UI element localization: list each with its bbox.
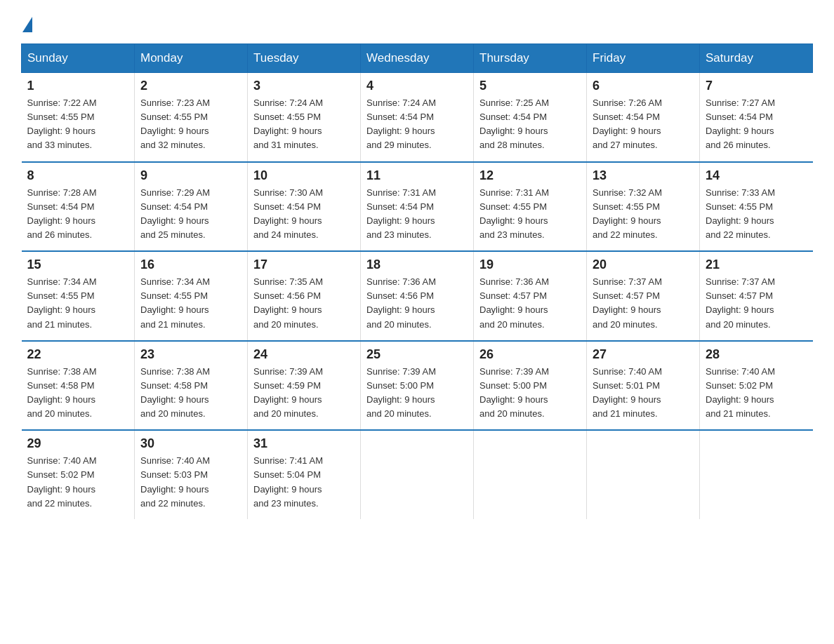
- page-header: [21, 14, 813, 29]
- day-number: 30: [140, 436, 241, 451]
- day-info: Sunrise: 7:24 AMSunset: 4:54 PMDaylight:…: [366, 98, 436, 150]
- day-info: Sunrise: 7:32 AMSunset: 4:55 PMDaylight:…: [593, 187, 662, 240]
- day-info: Sunrise: 7:24 AMSunset: 4:55 PMDaylight:…: [253, 98, 323, 150]
- day-number: 14: [706, 168, 807, 183]
- week-row-4: 22 Sunrise: 7:38 AMSunset: 4:58 PMDaylig…: [22, 341, 813, 431]
- day-info: Sunrise: 7:31 AMSunset: 4:55 PMDaylight:…: [479, 187, 549, 240]
- header-monday: Monday: [135, 44, 248, 73]
- day-info: Sunrise: 7:25 AMSunset: 4:54 PMDaylight:…: [479, 98, 549, 150]
- day-number: 11: [366, 168, 468, 183]
- day-cell: 1 Sunrise: 7:22 AMSunset: 4:55 PMDayligh…: [22, 73, 135, 162]
- day-cell: 7 Sunrise: 7:27 AMSunset: 4:54 PMDayligh…: [700, 73, 813, 162]
- day-cell: 5 Sunrise: 7:25 AMSunset: 4:54 PMDayligh…: [474, 73, 587, 162]
- day-info: Sunrise: 7:36 AMSunset: 4:57 PMDaylight:…: [479, 276, 549, 329]
- day-info: Sunrise: 7:22 AMSunset: 4:55 PMDaylight:…: [27, 98, 97, 150]
- day-cell: 10 Sunrise: 7:30 AMSunset: 4:54 PMDaylig…: [248, 162, 361, 252]
- day-info: Sunrise: 7:39 AMSunset: 5:00 PMDaylight:…: [479, 366, 549, 419]
- day-info: Sunrise: 7:26 AMSunset: 4:54 PMDaylight:…: [593, 98, 662, 150]
- day-cell: 29 Sunrise: 7:40 AMSunset: 5:02 PMDaylig…: [22, 430, 135, 519]
- day-cell: 20 Sunrise: 7:37 AMSunset: 4:57 PMDaylig…: [587, 251, 700, 341]
- day-cell: 23 Sunrise: 7:38 AMSunset: 4:58 PMDaylig…: [135, 341, 248, 431]
- day-number: 13: [593, 168, 694, 183]
- day-info: Sunrise: 7:35 AMSunset: 4:56 PMDaylight:…: [253, 276, 323, 329]
- day-info: Sunrise: 7:40 AMSunset: 5:02 PMDaylight:…: [706, 366, 775, 419]
- day-cell: 25 Sunrise: 7:39 AMSunset: 5:00 PMDaylig…: [361, 341, 474, 431]
- day-info: Sunrise: 7:39 AMSunset: 4:59 PMDaylight:…: [253, 366, 323, 419]
- day-cell: [474, 430, 587, 519]
- day-number: 20: [593, 257, 694, 272]
- day-number: 24: [253, 347, 355, 362]
- day-cell: 19 Sunrise: 7:36 AMSunset: 4:57 PMDaylig…: [474, 251, 587, 341]
- calendar-table: SundayMondayTuesdayWednesdayThursdayFrid…: [21, 43, 813, 519]
- day-cell: 4 Sunrise: 7:24 AMSunset: 4:54 PMDayligh…: [361, 73, 474, 162]
- header-thursday: Thursday: [474, 44, 587, 73]
- day-cell: 30 Sunrise: 7:40 AMSunset: 5:03 PMDaylig…: [135, 430, 248, 519]
- day-number: 26: [479, 347, 581, 362]
- header-sunday: Sunday: [22, 44, 135, 73]
- day-info: Sunrise: 7:41 AMSunset: 5:04 PMDaylight:…: [253, 455, 323, 508]
- day-number: 31: [253, 436, 355, 451]
- day-number: 10: [253, 168, 355, 183]
- day-number: 25: [366, 347, 468, 362]
- header-friday: Friday: [587, 44, 700, 73]
- week-row-5: 29 Sunrise: 7:40 AMSunset: 5:02 PMDaylig…: [22, 430, 813, 519]
- day-number: 2: [140, 79, 241, 93]
- day-info: Sunrise: 7:29 AMSunset: 4:54 PMDaylight:…: [140, 187, 210, 240]
- day-number: 12: [479, 168, 581, 183]
- day-cell: 14 Sunrise: 7:33 AMSunset: 4:55 PMDaylig…: [700, 162, 813, 252]
- day-cell: 18 Sunrise: 7:36 AMSunset: 4:56 PMDaylig…: [361, 251, 474, 341]
- day-cell: 26 Sunrise: 7:39 AMSunset: 5:00 PMDaylig…: [474, 341, 587, 431]
- day-info: Sunrise: 7:38 AMSunset: 4:58 PMDaylight:…: [140, 366, 210, 419]
- day-cell: 24 Sunrise: 7:39 AMSunset: 4:59 PMDaylig…: [248, 341, 361, 431]
- day-cell: 3 Sunrise: 7:24 AMSunset: 4:55 PMDayligh…: [248, 73, 361, 162]
- day-cell: 11 Sunrise: 7:31 AMSunset: 4:54 PMDaylig…: [361, 162, 474, 252]
- day-number: 3: [253, 79, 355, 93]
- day-cell: 28 Sunrise: 7:40 AMSunset: 5:02 PMDaylig…: [700, 341, 813, 431]
- day-info: Sunrise: 7:34 AMSunset: 4:55 PMDaylight:…: [140, 276, 210, 329]
- day-cell: 2 Sunrise: 7:23 AMSunset: 4:55 PMDayligh…: [135, 73, 248, 162]
- day-cell: 13 Sunrise: 7:32 AMSunset: 4:55 PMDaylig…: [587, 162, 700, 252]
- day-number: 9: [140, 168, 241, 183]
- day-number: 19: [479, 257, 581, 272]
- day-info: Sunrise: 7:36 AMSunset: 4:56 PMDaylight:…: [366, 276, 436, 329]
- day-number: 28: [706, 347, 807, 362]
- day-info: Sunrise: 7:33 AMSunset: 4:55 PMDaylight:…: [706, 187, 775, 240]
- logo-triangle-icon: [22, 17, 32, 32]
- day-cell: 16 Sunrise: 7:34 AMSunset: 4:55 PMDaylig…: [135, 251, 248, 341]
- day-number: 22: [27, 347, 129, 362]
- day-number: 16: [140, 257, 241, 272]
- day-info: Sunrise: 7:28 AMSunset: 4:54 PMDaylight:…: [27, 187, 97, 240]
- day-cell: [361, 430, 474, 519]
- day-cell: 8 Sunrise: 7:28 AMSunset: 4:54 PMDayligh…: [22, 162, 135, 252]
- day-cell: 17 Sunrise: 7:35 AMSunset: 4:56 PMDaylig…: [248, 251, 361, 341]
- day-cell: 22 Sunrise: 7:38 AMSunset: 4:58 PMDaylig…: [22, 341, 135, 431]
- day-cell: 15 Sunrise: 7:34 AMSunset: 4:55 PMDaylig…: [22, 251, 135, 341]
- day-info: Sunrise: 7:40 AMSunset: 5:03 PMDaylight:…: [140, 455, 210, 508]
- day-info: Sunrise: 7:34 AMSunset: 4:55 PMDaylight:…: [27, 276, 97, 329]
- day-info: Sunrise: 7:30 AMSunset: 4:54 PMDaylight:…: [253, 187, 323, 240]
- day-number: 6: [593, 79, 694, 93]
- day-cell: 27 Sunrise: 7:40 AMSunset: 5:01 PMDaylig…: [587, 341, 700, 431]
- day-number: 5: [479, 79, 581, 93]
- day-info: Sunrise: 7:40 AMSunset: 5:01 PMDaylight:…: [593, 366, 662, 419]
- week-row-2: 8 Sunrise: 7:28 AMSunset: 4:54 PMDayligh…: [22, 162, 813, 252]
- day-cell: 21 Sunrise: 7:37 AMSunset: 4:57 PMDaylig…: [700, 251, 813, 341]
- day-info: Sunrise: 7:39 AMSunset: 5:00 PMDaylight:…: [366, 366, 436, 419]
- day-number: 7: [706, 79, 807, 93]
- header-wednesday: Wednesday: [361, 44, 474, 73]
- weekday-header-row: SundayMondayTuesdayWednesdayThursdayFrid…: [22, 44, 813, 73]
- day-number: 23: [140, 347, 241, 362]
- day-number: 17: [253, 257, 355, 272]
- day-info: Sunrise: 7:31 AMSunset: 4:54 PMDaylight:…: [366, 187, 436, 240]
- header-saturday: Saturday: [700, 44, 813, 73]
- day-cell: 31 Sunrise: 7:41 AMSunset: 5:04 PMDaylig…: [248, 430, 361, 519]
- week-row-3: 15 Sunrise: 7:34 AMSunset: 4:55 PMDaylig…: [22, 251, 813, 341]
- day-number: 21: [706, 257, 807, 272]
- day-info: Sunrise: 7:27 AMSunset: 4:54 PMDaylight:…: [706, 98, 775, 150]
- day-number: 4: [366, 79, 468, 93]
- day-info: Sunrise: 7:38 AMSunset: 4:58 PMDaylight:…: [27, 366, 97, 419]
- day-number: 8: [27, 168, 129, 183]
- day-number: 27: [593, 347, 694, 362]
- day-cell: [587, 430, 700, 519]
- day-cell: [700, 430, 813, 519]
